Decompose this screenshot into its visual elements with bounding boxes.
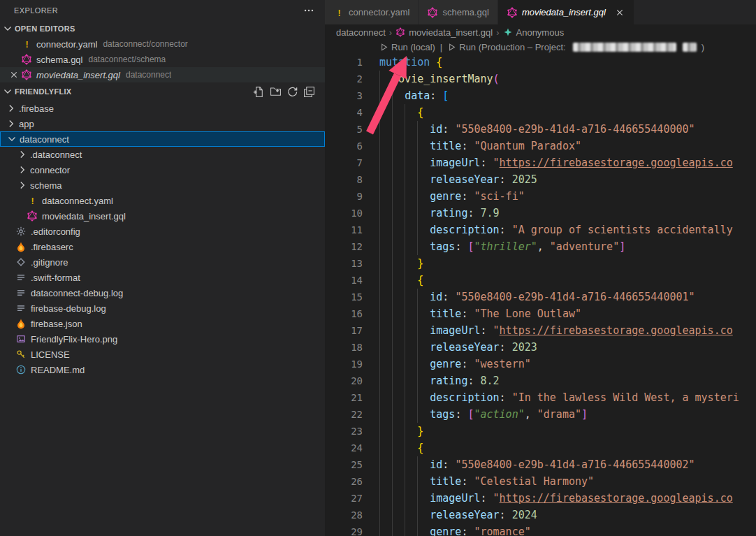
line-content: genre: "western"	[379, 356, 531, 372]
indent-guide	[392, 473, 393, 490]
indent-guide	[417, 121, 418, 138]
code-lines: 1mutation {2 movie_insertMany(3 data: [4…	[325, 54, 756, 536]
open-editor-item[interactable]: !connector.yamldataconnect/connector	[0, 36, 325, 52]
tree-item-firebase-debug.log[interactable]: firebase-debug.log	[0, 300, 325, 316]
line-number: 5	[325, 121, 363, 138]
tree-item-.gitignore[interactable]: .gitignore	[0, 254, 325, 270]
tree-item-.firebaserc[interactable]: .firebaserc	[0, 239, 325, 254]
tree-item-app[interactable]: app	[0, 116, 325, 131]
code-line-27: 27 imageUrl: "https://firebasestorage.go…	[325, 490, 756, 507]
code-line-24: 24 {	[325, 440, 756, 456]
tree-item-README.md[interactable]: README.md	[0, 362, 325, 377]
run-production-link[interactable]: Run (Production – Project: )	[447, 42, 704, 52]
line-content: id: "550e8400-e29b-41d4-a716-44665544000…	[379, 121, 695, 138]
indent-guide	[417, 456, 418, 473]
workspace-header[interactable]: FRIENDLYFLIX	[0, 82, 325, 101]
code-line-13: 13 }	[325, 255, 756, 272]
indent-guide	[417, 473, 418, 490]
line-content: tags: ["action", "drama"]	[379, 406, 588, 423]
chevron-right-icon	[6, 103, 17, 114]
line-number: 16	[325, 305, 363, 322]
indent-guide	[392, 440, 393, 456]
indent-guide	[379, 171, 380, 188]
line-content: title: "Quantum Paradox"	[379, 138, 581, 154]
tab-moviedata_insert.gql[interactable]: moviedata_insert.gql	[498, 0, 634, 24]
tab-schema.gql[interactable]: schema.gql	[419, 0, 497, 24]
line-number: 14	[325, 272, 363, 289]
file-tree: .firebaseappdataconnect.dataconnectconne…	[0, 101, 325, 377]
svg-text:!: !	[25, 40, 28, 50]
tree-item-label: moviedata_insert.gql	[42, 211, 126, 222]
refresh-icon[interactable]	[286, 86, 298, 98]
redacted-project-suffix	[683, 43, 697, 52]
line-content: movie_insertMany(	[379, 71, 500, 87]
line-number: 21	[325, 389, 363, 406]
tree-item-moviedata_insert.gql[interactable]: moviedata_insert.gql	[0, 208, 325, 224]
breadcrumb-item[interactable]: dataconnect	[336, 27, 386, 38]
tree-item-connector[interactable]: connector	[0, 162, 325, 178]
indent-guide	[392, 389, 393, 406]
indent-guide	[379, 71, 380, 87]
tree-item-.swift-format[interactable]: .swift-format	[0, 270, 325, 285]
code-line-20: 20 rating: 8.2	[325, 372, 756, 389]
close-editor-icon[interactable]	[8, 69, 20, 80]
indent-guide	[405, 188, 405, 205]
file-path: dataconnect/schema	[88, 55, 166, 64]
breadcrumb-item[interactable]: Anonymous	[503, 27, 565, 38]
graphql-icon	[21, 54, 32, 65]
open-editor-item[interactable]: schema.gqldataconnect/schema	[0, 52, 325, 67]
indent-guide	[417, 289, 418, 305]
tree-item-FriendlyFlix-Hero.png[interactable]: FriendlyFlix-Hero.png	[0, 331, 325, 347]
line-number: 23	[325, 423, 363, 440]
code-line-11: 11 description: "A group of scientists a…	[325, 222, 756, 238]
explorer-title: EXPLORER	[14, 6, 58, 15]
line-content: data: [	[379, 87, 449, 104]
tab-connector.yaml[interactable]: !connector.yaml	[325, 0, 419, 24]
open-editors-header[interactable]: OPEN EDITORS	[0, 21, 325, 36]
indent-guide	[379, 507, 380, 523]
indent-guide	[417, 154, 418, 171]
breadcrumb-separator: ›	[496, 27, 499, 38]
collapse-all-icon[interactable]	[303, 86, 315, 98]
close-tab-icon[interactable]	[614, 7, 625, 18]
tree-item-dataconnect-debug.log[interactable]: dataconnect-debug.log	[0, 285, 325, 300]
run-production-label: Run (Production – Project:	[459, 42, 565, 52]
run-local-link[interactable]: Run (local)	[379, 42, 435, 52]
indent-guide	[379, 305, 380, 322]
file-path: dataconnect/connector	[103, 39, 187, 49]
tree-item-dataconnect[interactable]: dataconnect	[0, 131, 325, 147]
indent-guide	[379, 523, 380, 536]
tab-label: connector.yaml	[349, 7, 409, 17]
tree-item-firebase.json[interactable]: firebase.json	[0, 316, 325, 331]
line-number: 29	[325, 523, 363, 536]
indent-guide	[417, 222, 418, 238]
tree-item-.editorconfig[interactable]: .editorconfig	[0, 224, 325, 239]
new-file-icon[interactable]	[253, 86, 265, 98]
tree-item-label: firebase-debug.log	[31, 303, 106, 314]
tree-item-label: .editorconfig	[31, 226, 80, 237]
line-content: genre: "sci-fi"	[379, 188, 525, 205]
file-name: connector.yaml	[36, 39, 97, 50]
tree-item-label: dataconnect-debug.log	[31, 288, 123, 298]
file-path: dataconnect	[126, 70, 171, 80]
tree-item-schema[interactable]: schema	[0, 178, 325, 193]
chevron-right-icon	[6, 118, 17, 129]
chevron-down-icon	[6, 133, 17, 145]
tree-item-.firebase[interactable]: .firebase	[0, 101, 325, 116]
tree-item-LICENSE[interactable]: LICENSE	[0, 347, 325, 362]
indent-guide	[417, 507, 418, 523]
line-content: rating: 7.9	[379, 205, 500, 222]
breadcrumb: dataconnect›moviedata_insert.gql›Anonymo…	[325, 24, 756, 40]
open-editor-item[interactable]: moviedata_insert.gqldataconnect	[0, 67, 325, 82]
code-line-1: 1mutation {	[325, 54, 756, 71]
code-editor[interactable]: Run (local) | Run (Production – Project:…	[325, 40, 756, 536]
tree-item-.dataconnect[interactable]: .dataconnect	[0, 147, 325, 162]
indent-guide	[392, 423, 393, 440]
indent-guide	[417, 490, 418, 507]
new-folder-icon[interactable]	[270, 86, 282, 98]
tree-item-dataconnect.yaml[interactable]: !dataconnect.yaml	[0, 193, 325, 208]
more-actions-icon[interactable]	[303, 4, 315, 17]
breadcrumb-item[interactable]: moviedata_insert.gql	[395, 27, 493, 38]
tree-item-label: dataconnect	[20, 134, 69, 145]
line-number: 9	[325, 188, 363, 205]
